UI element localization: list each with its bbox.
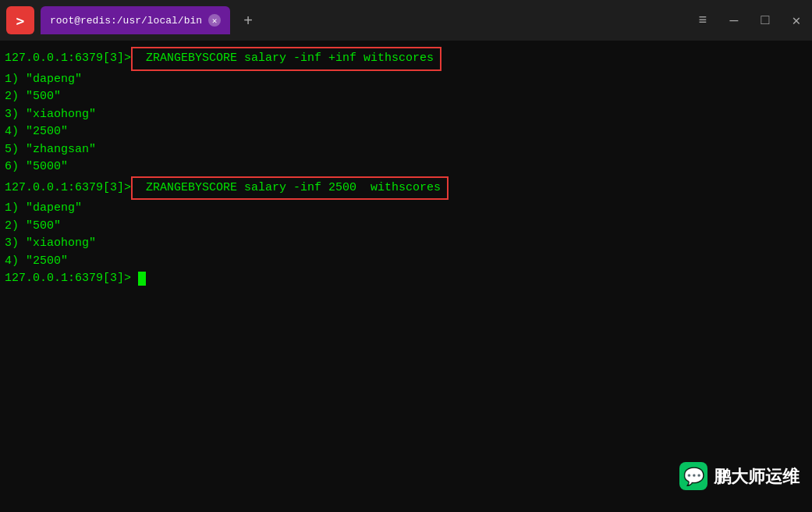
output-line-4: 4) "2500" <box>5 123 807 141</box>
command-text-2: ZRANGEBYSCORE salary -inf 2500 withscore… <box>131 176 449 201</box>
prompt-1: 127.0.0.1:6379[3]> <box>5 50 131 68</box>
titlebar: root@redis:/usr/local/bin ✕ + ≡ — □ ✕ <box>0 0 812 41</box>
command-text-1: ZRANGEBYSCORE salary -inf +inf withscore… <box>131 47 441 71</box>
watermark-text: 鹏大师运维 <box>714 464 800 489</box>
output-line-6: 6) "5000" <box>5 158 807 176</box>
terminal-app-icon <box>6 6 34 34</box>
current-prompt-line: 127.0.0.1:6379[3]> <box>5 270 807 288</box>
cursor <box>138 272 146 286</box>
output-line-5: 5) "zhangsan" <box>5 141 807 159</box>
terminal-body[interactable]: 127.0.0.1:6379[3]> ZRANGEBYSCORE salary … <box>0 41 812 512</box>
output-line-2: 2) "500" <box>5 88 807 106</box>
prompt-2: 127.0.0.1:6379[3]> <box>5 180 131 197</box>
command-line-1: 127.0.0.1:6379[3]> ZRANGEBYSCORE salary … <box>5 47 807 71</box>
new-tab-button[interactable]: + <box>236 9 260 32</box>
output-line-8: 2) "500" <box>5 218 807 236</box>
menu-icon[interactable]: ≡ <box>693 11 712 30</box>
maximize-button[interactable]: □ <box>756 11 775 30</box>
tab-active[interactable]: root@redis:/usr/local/bin ✕ <box>41 6 230 34</box>
output-line-7: 1) "dapeng" <box>5 200 807 218</box>
minimize-button[interactable]: — <box>725 11 743 30</box>
output-line-9: 3) "xiaohong" <box>5 235 807 253</box>
close-button[interactable]: ✕ <box>787 11 806 30</box>
wechat-icon: 💬 <box>679 462 707 490</box>
output-line-10: 4) "2500" <box>5 253 807 271</box>
command-line-2: 127.0.0.1:6379[3]> ZRANGEBYSCORE salary … <box>5 176 807 201</box>
output-line-1: 1) "dapeng" <box>5 71 807 89</box>
watermark: 💬 鹏大师运维 <box>679 462 800 490</box>
tab-close-button[interactable]: ✕ <box>208 14 221 27</box>
tab-label: root@redis:/usr/local/bin <box>50 15 202 27</box>
current-prompt: 127.0.0.1:6379[3]> <box>5 270 138 288</box>
output-line-3: 3) "xiaohong" <box>5 106 807 124</box>
window-controls: ≡ — □ ✕ <box>693 11 806 30</box>
